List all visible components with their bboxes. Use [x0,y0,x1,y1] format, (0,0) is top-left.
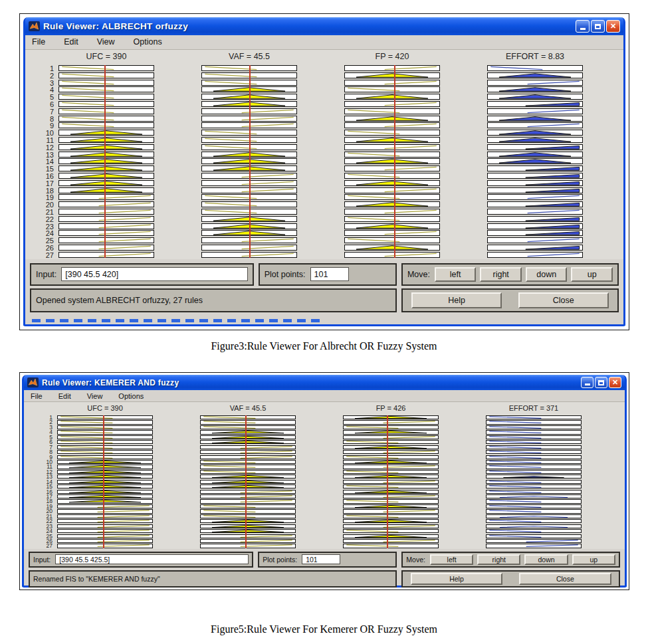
menu-view[interactable]: View [97,37,115,48]
mf-cell[interactable] [344,152,440,158]
mf-cell[interactable] [57,484,153,488]
mf-cell[interactable] [487,80,583,86]
mf-cell[interactable] [344,158,440,164]
mf-cell[interactable] [57,455,153,459]
mf-cell[interactable] [57,435,153,439]
mf-cell[interactable] [57,460,153,464]
mf-cell[interactable] [487,72,583,78]
mf-cell[interactable] [344,65,440,71]
mf-cell[interactable] [58,237,154,243]
mf-cell[interactable] [486,445,582,449]
mf-cell[interactable] [200,450,296,454]
mf-cell[interactable] [200,519,296,523]
help-button[interactable]: Help [411,573,502,585]
mf-cell[interactable] [486,435,582,439]
input-value-line[interactable] [394,65,395,258]
mf-cell[interactable] [200,504,296,508]
mf-cell[interactable] [487,101,583,107]
mf-cell[interactable] [57,519,153,523]
mf-cell[interactable] [486,460,582,464]
mf-cell[interactable] [344,94,440,100]
mf-cell[interactable] [487,158,583,164]
mf-cells-ufc[interactable] [57,415,153,548]
mf-cells-vaf[interactable] [200,415,296,548]
close-button[interactable]: ✕ [609,377,621,388]
mf-cell[interactable] [344,86,440,92]
mf-cell[interactable] [200,420,296,424]
mf-cell[interactable] [200,425,296,429]
mf-cell[interactable] [487,137,583,143]
mf-cell[interactable] [200,499,296,503]
menu-edit[interactable]: Edit [58,392,71,400]
mf-cell[interactable] [200,440,296,444]
mf-cell[interactable] [343,519,439,523]
mf-cell[interactable] [344,144,440,150]
mf-cell[interactable] [200,524,296,528]
move-up-button[interactable]: up [572,554,615,565]
mf-cell[interactable] [57,425,153,429]
mf-cell[interactable] [343,435,439,439]
mf-cell[interactable] [343,490,439,494]
mf-cell[interactable] [57,529,153,533]
mf-cell[interactable] [487,209,583,215]
title-bar[interactable]: Rule Viewer: KEMERER AND fuzzy ✕ [24,375,625,390]
mf-cell[interactable] [57,514,153,518]
mf-cell[interactable] [344,223,440,229]
mf-cell[interactable] [486,455,582,459]
close-dialog-button[interactable]: Close [519,573,611,585]
mf-cell[interactable] [58,108,154,114]
mf-cell[interactable] [343,494,439,498]
mf-cell[interactable] [57,440,153,444]
mf-cell[interactable] [58,209,154,215]
mf-cell[interactable] [486,490,582,494]
mf-cell[interactable] [487,94,583,100]
mf-cell[interactable] [57,499,153,503]
mf-cell[interactable] [344,130,440,136]
mf-cell[interactable] [343,484,439,488]
mf-cell[interactable] [57,544,153,548]
mf-cell[interactable] [200,544,296,548]
move-down-button[interactable]: down [524,554,568,565]
mf-cell[interactable] [486,529,582,533]
mf-cell[interactable] [58,180,154,186]
mf-cell[interactable] [487,187,583,193]
mf-cell[interactable] [58,130,154,136]
mf-cell[interactable] [57,450,153,454]
input-value-line[interactable] [249,65,251,258]
mf-cell[interactable] [57,539,153,543]
menu-options[interactable]: Options [118,392,144,400]
mf-cell[interactable] [200,430,296,434]
mf-cell[interactable] [58,252,154,258]
mf-cell[interactable] [343,475,439,479]
mf-cell[interactable] [343,440,439,444]
mf-cell[interactable] [487,180,583,186]
mf-cell[interactable] [57,534,153,538]
mf-cell[interactable] [200,494,296,498]
mf-cell[interactable] [486,519,582,523]
mf-cell[interactable] [343,420,439,424]
mf-cell[interactable] [58,230,154,236]
mf-cell[interactable] [200,484,296,488]
move-left-button[interactable]: left [435,267,477,282]
input-value-line[interactable] [103,415,104,548]
mf-cell[interactable] [343,470,439,474]
input-value-line[interactable] [245,415,247,548]
mf-cell[interactable] [486,539,582,543]
mf-cell[interactable] [57,430,153,434]
mf-cell[interactable] [344,80,440,86]
mf-cell[interactable] [343,465,439,469]
mf-cell[interactable] [58,72,154,78]
mf-cell[interactable] [57,494,153,498]
mf-cell[interactable] [57,420,153,424]
mf-cell[interactable] [200,435,296,439]
mf-cell[interactable] [486,430,582,434]
mf-cell[interactable] [343,504,439,508]
mf-cell[interactable] [344,194,440,200]
mf-cell[interactable] [486,484,582,488]
mf-cell[interactable] [58,94,154,100]
mf-cell[interactable] [487,165,583,171]
mf-cell[interactable] [486,440,582,444]
menu-options[interactable]: Options [134,37,162,48]
mf-cells-fp[interactable] [343,415,439,548]
mf-cell[interactable] [344,245,440,251]
